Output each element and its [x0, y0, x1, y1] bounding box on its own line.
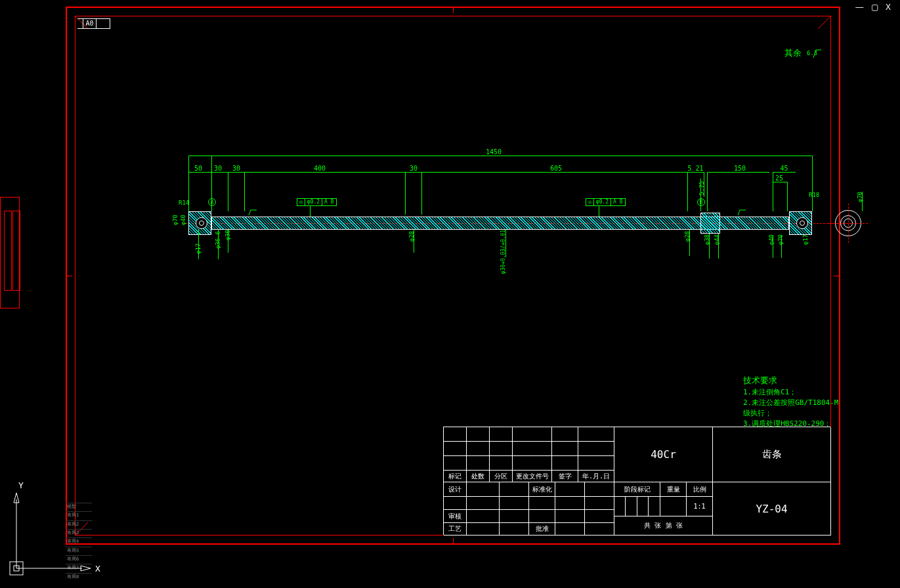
ext-line: [198, 230, 199, 259]
dim-line: [421, 172, 687, 173]
tech-req-item: 2.未注公差按照GB/T1804-M级执行；: [743, 398, 839, 419]
window-controls: — ▢ X: [855, 3, 893, 12]
tb-hdr-date: 年.月.日: [578, 471, 614, 482]
leader: [310, 206, 311, 217]
dim-r14: R14: [179, 200, 189, 206]
tb-drawing-no: YZ-04: [713, 482, 831, 536]
ext-line: [773, 235, 773, 258]
dim-line: [773, 172, 796, 173]
dim-seg-400: 400: [310, 165, 330, 172]
ucs-icon[interactable]: Y X: [7, 476, 85, 581]
tb-approve: 批准: [529, 523, 555, 536]
dim-line: [244, 172, 405, 173]
dim-seg-30b: 30: [230, 165, 243, 172]
ext-line: [787, 182, 788, 211]
shaft-left-flange: [188, 211, 211, 235]
ext-line: [228, 230, 228, 253]
fcf-1: ◎φ0.2A B: [297, 198, 337, 206]
tb-design: 设计: [444, 482, 467, 497]
dim-seg-30c: 30: [407, 165, 420, 172]
datum-b: B: [697, 198, 705, 206]
dim-line: [211, 172, 228, 173]
drawing-frame-outer: 其余 6.3 A0 1450 50 30 30 400 30 605 5 21 …: [66, 7, 840, 545]
tech-req-title: 技术要求: [743, 375, 839, 386]
dim-line: [687, 172, 704, 173]
tb-scale-value: 1:1: [687, 497, 713, 516]
dim-d70-r: φ70: [777, 234, 784, 245]
tb-process: 工艺: [444, 523, 467, 536]
dim-d40-r: φ40: [768, 234, 775, 245]
dim-line: [228, 172, 244, 173]
dim-575: 5.75: [698, 181, 705, 196]
tb-std: 标准化: [529, 482, 555, 497]
shaft-right-flange: [789, 211, 812, 235]
ext-line: [862, 192, 863, 211]
ext-line: [244, 172, 245, 211]
tb-weight: 重量: [660, 482, 687, 497]
svg-marker-7: [81, 566, 91, 571]
fold-tick: [67, 276, 72, 276]
maximize-icon[interactable]: ▢: [871, 3, 881, 12]
fcf-2: ◎φ0.2A B: [586, 198, 626, 206]
tb-material: 40Cr: [614, 427, 713, 482]
tech-req-item: 1.未注倒角C1；: [743, 387, 839, 398]
ext-line: [687, 172, 688, 211]
part-drawing: 1450 50 30 30 400 30 605 5 21 150 45 25: [179, 152, 868, 323]
ext-line: [414, 230, 414, 253]
ext-line: [421, 172, 422, 215]
dim-d70-l: φ70: [172, 215, 179, 225]
tb-sheets: 共 张 第 张: [614, 516, 713, 536]
shaft-shoulder: [700, 213, 720, 234]
ext-line: [718, 234, 719, 259]
tb-hdr-qty: 处数: [467, 471, 490, 482]
dim-line: [188, 172, 211, 173]
dim-seg-150: 150: [730, 165, 750, 172]
dim-line: [188, 156, 812, 156]
dim-seg-521: 5 21: [687, 165, 704, 172]
ext-line: [218, 230, 219, 259]
title-block: 标记 处数 分区 更改文件号 签字 年.月.日 设计 标准化 审核 工艺 批准: [443, 427, 830, 535]
dim-line: [405, 172, 421, 173]
corner-mark: [818, 16, 831, 29]
dim-seg-605: 605: [546, 165, 566, 172]
dim-line: [773, 182, 787, 182]
dim-overall-length: 1450: [474, 148, 513, 156]
ucs-y-label: Y: [18, 480, 24, 490]
dim-d44: φ44: [714, 234, 720, 245]
dim-seg-45: 45: [776, 165, 792, 172]
tb-stage-mark: 阶段标记: [614, 482, 660, 497]
ucs-x-label: X: [95, 564, 100, 574]
dim-r18: R18: [809, 192, 819, 198]
ext-line: [689, 230, 690, 256]
dim-seg-30a: 30: [211, 165, 225, 172]
ext-line: [773, 172, 773, 211]
dim-d17-r: φ17: [802, 234, 809, 245]
ext-line: [812, 156, 813, 211]
tb-check: 审核: [444, 510, 467, 523]
tb-hdr-zone: 分区: [490, 471, 513, 482]
surface-roughness-icon: [247, 209, 258, 218]
ext-line: [405, 172, 406, 215]
tb-scale-label: 比例: [687, 482, 713, 497]
tb-hdr-sig: 签字: [552, 471, 578, 482]
minimize-icon[interactable]: —: [855, 3, 866, 12]
tb-hdr-doc: 更改文件号: [513, 471, 552, 482]
leader: [599, 206, 599, 217]
ext-line: [781, 235, 782, 258]
ext-line: [228, 172, 228, 211]
dim-d40-l: φ40: [180, 215, 186, 225]
ext-line: [709, 234, 710, 259]
ext-line: [707, 172, 708, 211]
paper-size-label: A0: [77, 18, 110, 29]
dim-seg-25: 25: [773, 175, 786, 182]
fold-tick: [453, 8, 454, 13]
datum-a: A: [208, 198, 216, 206]
svg-line-1: [818, 16, 831, 29]
adjacent-drawing-fragment: [0, 197, 20, 308]
tb-part-name: 齿条: [713, 427, 831, 482]
technical-requirements: 技术要求 1.未注倒角C1； 2.未注公差按照GB/T1804-M级执行； 3.…: [743, 375, 839, 429]
close-icon[interactable]: X: [886, 3, 893, 12]
centerline: [848, 203, 849, 243]
surface-roughness-allover: 其余 6.3: [784, 47, 823, 59]
dim-seg-50: 50: [192, 165, 205, 172]
